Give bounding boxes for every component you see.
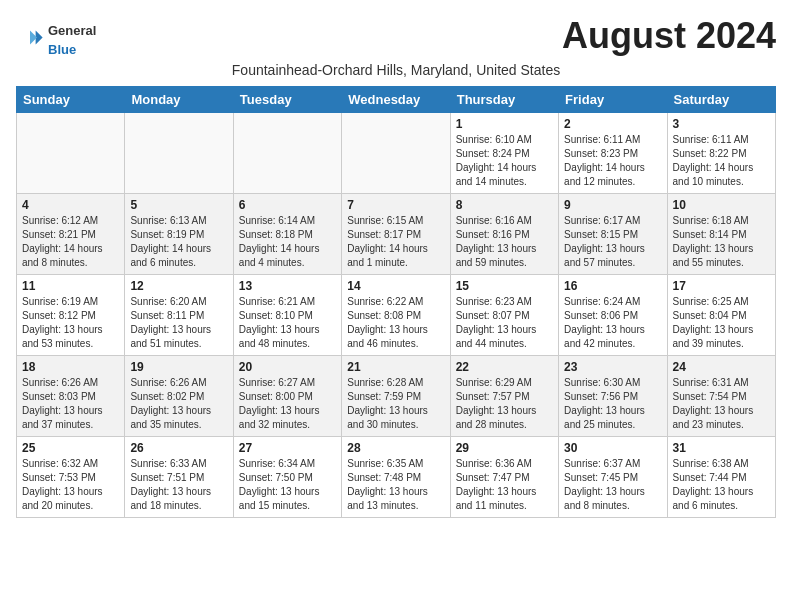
- calendar-cell: 14Sunrise: 6:22 AM Sunset: 8:08 PM Dayli…: [342, 275, 450, 356]
- day-number: 29: [456, 441, 553, 455]
- day-info: Sunrise: 6:31 AM Sunset: 7:54 PM Dayligh…: [673, 376, 770, 432]
- day-info: Sunrise: 6:20 AM Sunset: 8:11 PM Dayligh…: [130, 295, 227, 351]
- calendar-cell: 12Sunrise: 6:20 AM Sunset: 8:11 PM Dayli…: [125, 275, 233, 356]
- day-info: Sunrise: 6:35 AM Sunset: 7:48 PM Dayligh…: [347, 457, 444, 513]
- day-info: Sunrise: 6:24 AM Sunset: 8:06 PM Dayligh…: [564, 295, 661, 351]
- day-info: Sunrise: 6:11 AM Sunset: 8:23 PM Dayligh…: [564, 133, 661, 189]
- day-number: 5: [130, 198, 227, 212]
- day-info: Sunrise: 6:28 AM Sunset: 7:59 PM Dayligh…: [347, 376, 444, 432]
- day-info: Sunrise: 6:36 AM Sunset: 7:47 PM Dayligh…: [456, 457, 553, 513]
- day-info: Sunrise: 6:25 AM Sunset: 8:04 PM Dayligh…: [673, 295, 770, 351]
- day-number: 25: [22, 441, 119, 455]
- day-number: 11: [22, 279, 119, 293]
- calendar-cell: 8Sunrise: 6:16 AM Sunset: 8:16 PM Daylig…: [450, 194, 558, 275]
- day-number: 7: [347, 198, 444, 212]
- calendar-cell: 3Sunrise: 6:11 AM Sunset: 8:22 PM Daylig…: [667, 113, 775, 194]
- day-info: Sunrise: 6:26 AM Sunset: 8:02 PM Dayligh…: [130, 376, 227, 432]
- day-number: 3: [673, 117, 770, 131]
- day-number: 10: [673, 198, 770, 212]
- day-number: 27: [239, 441, 336, 455]
- calendar-cell: 4Sunrise: 6:12 AM Sunset: 8:21 PM Daylig…: [17, 194, 125, 275]
- logo-line2: Blue: [48, 42, 76, 57]
- calendar-cell: [342, 113, 450, 194]
- calendar-cell: 11Sunrise: 6:19 AM Sunset: 8:12 PM Dayli…: [17, 275, 125, 356]
- day-number: 22: [456, 360, 553, 374]
- day-info: Sunrise: 6:13 AM Sunset: 8:19 PM Dayligh…: [130, 214, 227, 270]
- day-info: Sunrise: 6:18 AM Sunset: 8:14 PM Dayligh…: [673, 214, 770, 270]
- day-info: Sunrise: 6:16 AM Sunset: 8:16 PM Dayligh…: [456, 214, 553, 270]
- day-info: Sunrise: 6:10 AM Sunset: 8:24 PM Dayligh…: [456, 133, 553, 189]
- calendar-cell: 24Sunrise: 6:31 AM Sunset: 7:54 PM Dayli…: [667, 356, 775, 437]
- calendar-cell: 1Sunrise: 6:10 AM Sunset: 8:24 PM Daylig…: [450, 113, 558, 194]
- calendar-cell: 28Sunrise: 6:35 AM Sunset: 7:48 PM Dayli…: [342, 437, 450, 518]
- day-info: Sunrise: 6:29 AM Sunset: 7:57 PM Dayligh…: [456, 376, 553, 432]
- calendar-cell: 27Sunrise: 6:34 AM Sunset: 7:50 PM Dayli…: [233, 437, 341, 518]
- day-info: Sunrise: 6:33 AM Sunset: 7:51 PM Dayligh…: [130, 457, 227, 513]
- subtitle: Fountainhead-Orchard Hills, Maryland, Un…: [16, 62, 776, 78]
- day-info: Sunrise: 6:26 AM Sunset: 8:03 PM Dayligh…: [22, 376, 119, 432]
- day-number: 4: [22, 198, 119, 212]
- calendar-cell: 17Sunrise: 6:25 AM Sunset: 8:04 PM Dayli…: [667, 275, 775, 356]
- month-title: August 2024: [562, 16, 776, 56]
- day-number: 8: [456, 198, 553, 212]
- day-info: Sunrise: 6:32 AM Sunset: 7:53 PM Dayligh…: [22, 457, 119, 513]
- day-number: 28: [347, 441, 444, 455]
- weekday-header-friday: Friday: [559, 87, 667, 113]
- day-number: 18: [22, 360, 119, 374]
- calendar-cell: [233, 113, 341, 194]
- calendar-week-row: 11Sunrise: 6:19 AM Sunset: 8:12 PM Dayli…: [17, 275, 776, 356]
- day-number: 6: [239, 198, 336, 212]
- day-info: Sunrise: 6:22 AM Sunset: 8:08 PM Dayligh…: [347, 295, 444, 351]
- logo-line1: General: [48, 23, 96, 38]
- calendar-week-row: 4Sunrise: 6:12 AM Sunset: 8:21 PM Daylig…: [17, 194, 776, 275]
- day-number: 2: [564, 117, 661, 131]
- day-info: Sunrise: 6:12 AM Sunset: 8:21 PM Dayligh…: [22, 214, 119, 270]
- calendar-cell: [125, 113, 233, 194]
- calendar-cell: 30Sunrise: 6:37 AM Sunset: 7:45 PM Dayli…: [559, 437, 667, 518]
- day-number: 24: [673, 360, 770, 374]
- calendar-week-row: 1Sunrise: 6:10 AM Sunset: 8:24 PM Daylig…: [17, 113, 776, 194]
- weekday-header-sunday: Sunday: [17, 87, 125, 113]
- calendar-week-row: 18Sunrise: 6:26 AM Sunset: 8:03 PM Dayli…: [17, 356, 776, 437]
- calendar-week-row: 25Sunrise: 6:32 AM Sunset: 7:53 PM Dayli…: [17, 437, 776, 518]
- day-number: 15: [456, 279, 553, 293]
- day-info: Sunrise: 6:11 AM Sunset: 8:22 PM Dayligh…: [673, 133, 770, 189]
- day-number: 23: [564, 360, 661, 374]
- day-info: Sunrise: 6:38 AM Sunset: 7:44 PM Dayligh…: [673, 457, 770, 513]
- day-number: 31: [673, 441, 770, 455]
- calendar-cell: [17, 113, 125, 194]
- calendar-cell: 10Sunrise: 6:18 AM Sunset: 8:14 PM Dayli…: [667, 194, 775, 275]
- day-number: 30: [564, 441, 661, 455]
- weekday-header-monday: Monday: [125, 87, 233, 113]
- day-info: Sunrise: 6:15 AM Sunset: 8:17 PM Dayligh…: [347, 214, 444, 270]
- logo: General Blue: [16, 20, 96, 58]
- calendar-cell: 22Sunrise: 6:29 AM Sunset: 7:57 PM Dayli…: [450, 356, 558, 437]
- calendar-cell: 25Sunrise: 6:32 AM Sunset: 7:53 PM Dayli…: [17, 437, 125, 518]
- weekday-header-row: SundayMondayTuesdayWednesdayThursdayFrid…: [17, 87, 776, 113]
- day-number: 17: [673, 279, 770, 293]
- day-number: 20: [239, 360, 336, 374]
- weekday-header-wednesday: Wednesday: [342, 87, 450, 113]
- calendar-cell: 26Sunrise: 6:33 AM Sunset: 7:51 PM Dayli…: [125, 437, 233, 518]
- calendar-cell: 16Sunrise: 6:24 AM Sunset: 8:06 PM Dayli…: [559, 275, 667, 356]
- day-number: 16: [564, 279, 661, 293]
- calendar-cell: 20Sunrise: 6:27 AM Sunset: 8:00 PM Dayli…: [233, 356, 341, 437]
- calendar-table: SundayMondayTuesdayWednesdayThursdayFrid…: [16, 86, 776, 518]
- calendar-cell: 23Sunrise: 6:30 AM Sunset: 7:56 PM Dayli…: [559, 356, 667, 437]
- day-info: Sunrise: 6:27 AM Sunset: 8:00 PM Dayligh…: [239, 376, 336, 432]
- weekday-header-thursday: Thursday: [450, 87, 558, 113]
- day-info: Sunrise: 6:30 AM Sunset: 7:56 PM Dayligh…: [564, 376, 661, 432]
- day-number: 26: [130, 441, 227, 455]
- calendar-cell: 19Sunrise: 6:26 AM Sunset: 8:02 PM Dayli…: [125, 356, 233, 437]
- day-number: 13: [239, 279, 336, 293]
- calendar-cell: 2Sunrise: 6:11 AM Sunset: 8:23 PM Daylig…: [559, 113, 667, 194]
- calendar-cell: 15Sunrise: 6:23 AM Sunset: 8:07 PM Dayli…: [450, 275, 558, 356]
- weekday-header-tuesday: Tuesday: [233, 87, 341, 113]
- calendar-cell: 9Sunrise: 6:17 AM Sunset: 8:15 PM Daylig…: [559, 194, 667, 275]
- calendar-cell: 21Sunrise: 6:28 AM Sunset: 7:59 PM Dayli…: [342, 356, 450, 437]
- day-info: Sunrise: 6:23 AM Sunset: 8:07 PM Dayligh…: [456, 295, 553, 351]
- weekday-header-saturday: Saturday: [667, 87, 775, 113]
- calendar-cell: 18Sunrise: 6:26 AM Sunset: 8:03 PM Dayli…: [17, 356, 125, 437]
- day-info: Sunrise: 6:34 AM Sunset: 7:50 PM Dayligh…: [239, 457, 336, 513]
- calendar-cell: 29Sunrise: 6:36 AM Sunset: 7:47 PM Dayli…: [450, 437, 558, 518]
